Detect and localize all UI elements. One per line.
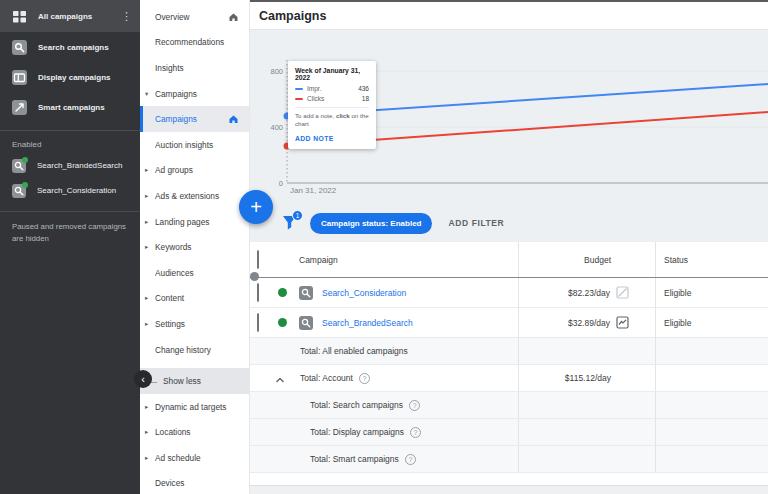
horizontal-scrollbar-track[interactable]: [250, 485, 768, 494]
home-icon: [228, 12, 239, 24]
chevron-down-icon: ▾: [145, 90, 148, 98]
nav-label: Audiences: [155, 268, 194, 278]
nav-item-campaigns[interactable]: Campaigns: [140, 106, 249, 132]
add-filter-button[interactable]: ADD FILTER: [448, 218, 504, 228]
total-label: Total: Search campaigns: [310, 400, 403, 410]
chevron-right-icon: ▸: [145, 218, 148, 226]
chevron-right-icon: ▸: [145, 243, 148, 251]
total-label: Total: Smart campaigns: [310, 454, 399, 464]
collapse-nav-button[interactable]: ‹: [134, 370, 152, 388]
chevron-right-icon: ▸: [145, 192, 148, 200]
campaign-link[interactable]: Search_BrandedSearch: [322, 318, 413, 328]
nav-item-settings[interactable]: ▸Settings: [140, 311, 249, 337]
nav-label: Settings: [155, 319, 185, 329]
google-ads-app: All campaigns ⋮ Search campaigns Display…: [0, 0, 768, 494]
nav-label: Landing pages: [155, 217, 209, 227]
sidebar-item-smart-campaigns[interactable]: Smart campaigns: [0, 92, 140, 122]
smart-campaigns-icon: [12, 100, 27, 115]
nav-label: Change history: [155, 345, 211, 355]
sidebar-item-search-consideration[interactable]: Search_Consideration: [0, 178, 140, 203]
enabled-status-dot[interactable]: [278, 318, 287, 327]
total-label: Total: Account: [300, 373, 353, 383]
help-icon[interactable]: ?: [409, 400, 420, 411]
all-campaigns-label: All campaigns: [38, 12, 92, 21]
nav-item-ad-schedule[interactable]: ▸Ad schedule: [140, 445, 249, 471]
y-tick-400: 400: [270, 123, 283, 132]
budget-value: $32.89/day: [568, 318, 610, 328]
nav-label: Locations: [155, 427, 191, 437]
select-all-checkbox[interactable]: [257, 250, 259, 269]
nav-item-ad-groups[interactable]: ▸Ad groups: [140, 158, 249, 184]
sidebar-item-all-campaigns[interactable]: All campaigns ⋮: [0, 0, 140, 32]
tooltip-note: To add a note, click on the chart: [295, 112, 369, 129]
paused-hidden-note: Paused and removed campaigns are hidden: [0, 212, 140, 254]
add-note-link[interactable]: ADD NOTE: [295, 135, 369, 142]
filter-funnel-icon[interactable]: 1: [282, 215, 297, 231]
nav-item-show-less[interactable]: — Show less: [140, 368, 249, 394]
total-row-search-campaigns: Total: Search campaigns ?: [250, 392, 768, 419]
status-value: Eligible: [664, 318, 691, 328]
search-campaigns-label: Search campaigns: [38, 43, 109, 52]
nav-item-campaigns-parent[interactable]: ▾ Campaigns: [140, 81, 249, 107]
campaign-status-filter-chip[interactable]: Campaign status: Enabled: [310, 213, 432, 234]
nav-item-auction-insights[interactable]: Auction insights: [140, 132, 249, 158]
chevron-right-icon: ▸: [145, 454, 148, 462]
table-row: Search_Consideration $82.23/day Eligible: [250, 278, 768, 308]
enabled-status-dot[interactable]: [278, 288, 287, 297]
nav-item-overview[interactable]: Overview: [140, 4, 249, 30]
row-checkbox[interactable]: [257, 283, 259, 302]
status-dot-header[interactable]: [250, 272, 259, 281]
nav-item-landing-pages[interactable]: ▸Landing pages: [140, 209, 249, 235]
nav-item-ads-extensions[interactable]: ▸Ads & extensions: [140, 183, 249, 209]
page-nav-sidebar: Overview Recommendations Insights ▾ Camp…: [140, 0, 250, 494]
enabled-status-dot: [22, 182, 28, 188]
nav-label: Insights: [155, 63, 184, 73]
total-label: Total: All enabled campaigns: [300, 346, 408, 356]
nav-item-dynamic-ad-targets[interactable]: ▸Dynamic ad targets: [140, 394, 249, 420]
total-row-smart-campaigns: Total: Smart campaigns ?: [250, 446, 768, 473]
collapse-caret-icon[interactable]: [275, 369, 285, 387]
smart-campaigns-label: Smart campaigns: [38, 103, 105, 112]
tooltip-divider: [295, 107, 369, 108]
campaign-column-header[interactable]: Campaign: [299, 255, 338, 265]
nav-label: Campaigns: [155, 89, 197, 99]
nav-item-locations[interactable]: ▸Locations: [140, 420, 249, 446]
campaign-search-icon: [299, 286, 313, 300]
campaign-label: Search_Consideration: [37, 186, 116, 195]
search-campaigns-icon: [12, 40, 27, 55]
filter-bar: 1 Campaign status: Enabled ADD FILTER: [250, 207, 504, 239]
bid-strategy-report-disabled-icon: [616, 286, 629, 299]
campaign-link[interactable]: Search_Consideration: [322, 288, 406, 298]
help-icon[interactable]: ?: [359, 373, 370, 384]
help-icon[interactable]: ?: [410, 427, 421, 438]
table-header-row: Campaign Budget Status: [250, 242, 768, 278]
more-menu-icon[interactable]: ⋮: [121, 11, 132, 22]
chevron-right-icon: ▸: [145, 403, 148, 411]
sidebar-item-search-campaigns[interactable]: Search campaigns: [0, 32, 140, 62]
nav-item-devices[interactable]: Devices: [140, 471, 249, 494]
budget-column-header[interactable]: Budget: [584, 255, 611, 265]
nav-item-content[interactable]: ▸Content: [140, 286, 249, 312]
total-label: Total: Display campaigns: [310, 427, 404, 437]
total-row-display-campaigns: Total: Display campaigns ?: [250, 419, 768, 446]
campaign-search-icon: [299, 316, 313, 330]
help-icon[interactable]: ?: [405, 454, 416, 465]
nav-item-recommendations[interactable]: Recommendations: [140, 30, 249, 56]
sidebar-item-display-campaigns[interactable]: Display campaigns: [0, 62, 140, 92]
nav-item-change-history[interactable]: Change history: [140, 337, 249, 363]
nav-item-audiences[interactable]: Audiences: [140, 260, 249, 286]
sidebar-item-search-brandedsearch[interactable]: Search_BrandedSearch: [0, 153, 140, 178]
nav-item-insights[interactable]: Insights: [140, 55, 249, 81]
display-campaigns-icon: [12, 70, 27, 85]
clicks-value: 18: [362, 95, 369, 102]
tooltip-impressions-row: Impr. 436: [295, 85, 369, 92]
add-campaign-fab[interactable]: +: [239, 190, 273, 224]
table-row: Search_BrandedSearch $32.89/day Eligible: [250, 308, 768, 338]
nav-item-keywords[interactable]: ▸Keywords: [140, 234, 249, 260]
row-checkbox[interactable]: [257, 313, 259, 332]
enabled-status-dot: [22, 157, 28, 163]
x-axis-label: Jan 31, 2022: [290, 186, 337, 195]
bid-strategy-report-icon[interactable]: [616, 316, 629, 329]
chevron-left-icon: ‹: [141, 373, 145, 385]
status-column-header[interactable]: Status: [664, 255, 688, 265]
